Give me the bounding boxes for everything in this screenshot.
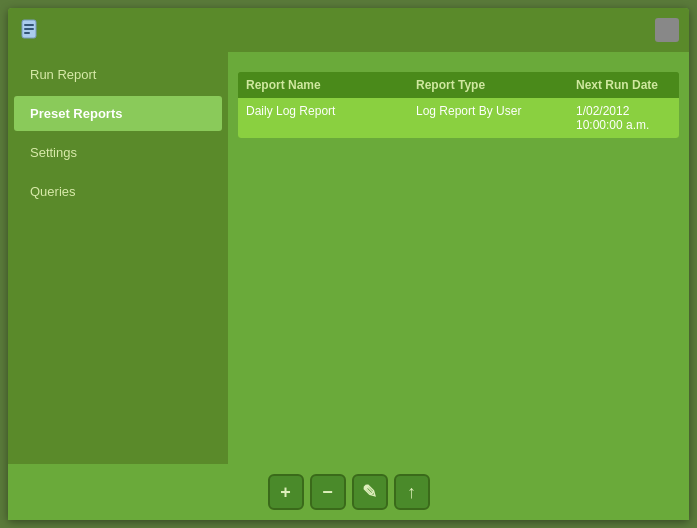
add-button[interactable]: + [268,474,304,510]
main-content: Report NameReport TypeNext Run Date Dail… [228,52,689,464]
sidebar-item-run-report[interactable]: Run Report [14,57,222,92]
table-row[interactable]: Daily Log ReportLog Report By User1/02/2… [238,98,679,138]
table-column-header: Report Type [416,78,576,92]
table-column-header: Report Name [246,78,416,92]
svg-rect-1 [24,24,34,26]
sidebar-item-queries[interactable]: Queries [14,174,222,209]
close-button[interactable] [655,18,679,42]
next-run-date: 1/02/2012 10:00:00 a.m. [576,104,671,132]
table-column-header: Next Run Date [576,78,671,92]
report-type: Log Report By User [416,104,576,132]
table-header: Report NameReport TypeNext Run Date [238,72,679,98]
sidebar-item-preset-reports[interactable]: Preset Reports [14,96,222,131]
report-name: Daily Log Report [246,104,416,132]
export-button[interactable]: ↑ [394,474,430,510]
reports-modal: Run ReportPreset ReportsSettingsQueries … [8,8,689,520]
modal-header [8,8,689,52]
reports-icon [18,18,42,42]
modal-body: Run ReportPreset ReportsSettingsQueries … [8,52,689,464]
header-left [18,18,50,42]
edit-button[interactable]: ✎ [352,474,388,510]
sidebar-item-settings[interactable]: Settings [14,135,222,170]
preset-reports-table: Report NameReport TypeNext Run Date Dail… [238,72,679,138]
svg-rect-3 [24,32,30,34]
remove-button[interactable]: − [310,474,346,510]
modal-footer: +−✎↑ [8,464,689,520]
sidebar: Run ReportPreset ReportsSettingsQueries [8,52,228,464]
svg-rect-2 [24,28,34,30]
